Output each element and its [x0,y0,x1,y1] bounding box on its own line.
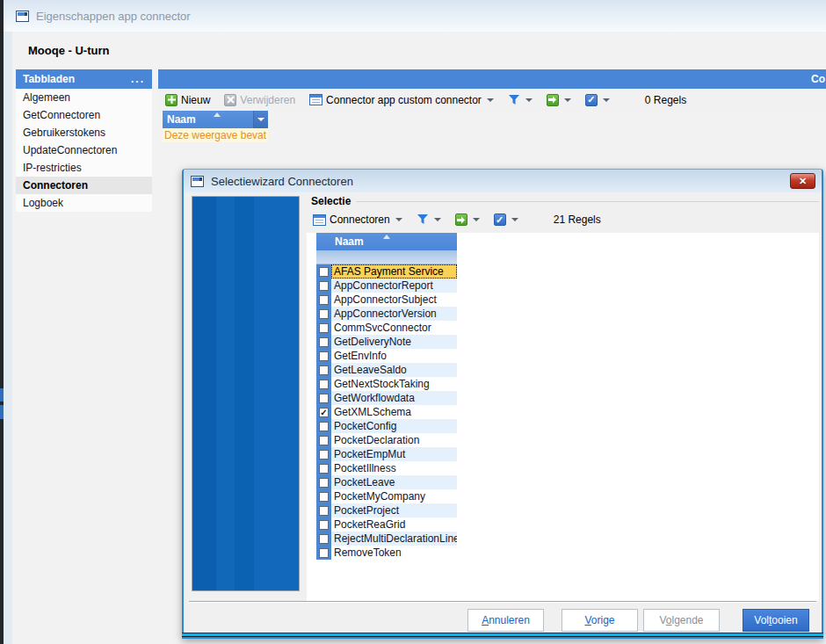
wizard-banner [192,196,300,591]
dialog-title: Selectiewizard Connectoren [211,175,353,188]
table-row[interactable]: PocketConfig [316,419,457,433]
checkbox-cell [316,349,331,363]
row-checkbox[interactable] [319,351,329,361]
sort-ascending-icon [214,112,221,117]
row-checkbox[interactable] [319,436,329,445]
next-button[interactable]: Volgende [643,609,720,632]
row-checkbox[interactable]: ✓ [319,408,329,417]
row-checkbox[interactable] [319,394,329,403]
sidebar-item-updateconnectoren[interactable]: UpdateConnectoren [16,141,152,159]
row-checkbox[interactable] [319,422,329,431]
table-row[interactable]: PocketProject [316,503,457,517]
row-checkbox[interactable] [319,295,329,305]
row-checkbox[interactable] [319,548,329,558]
new-button[interactable]: Nieuw [165,94,210,106]
page-title: Mooqe - U-turn [28,44,109,57]
selection-wizard-dialog: Selectiewizard Connectoren ✕ Selectie Co… [182,169,823,639]
row-checkbox[interactable] [319,267,329,277]
row-checkbox[interactable] [319,281,329,291]
row-checkbox[interactable] [319,492,329,502]
connector-grid: Naam AFAS Payment Service AppConnecto [316,233,457,560]
table-row[interactable]: PocketLeave [316,475,457,489]
row-label: GetNextStockTaking [331,377,457,391]
sidebar-menu-button[interactable]: ... [131,76,145,82]
chevron-down-icon [473,218,480,221]
row-checkbox[interactable] [319,520,329,530]
row-checkbox[interactable] [319,464,329,474]
checkbox-cell [316,377,331,391]
table-row[interactable]: ✓ GetXMLSchema [316,405,457,419]
row-checkbox[interactable] [319,450,329,459]
dialog-filter-button[interactable] [417,214,441,225]
sidebar-item-ip-restricties[interactable]: IP-restricties [16,159,152,177]
dialog-toolbar: Connectoren ✓ 21 Regels [311,208,819,231]
table-row[interactable]: RejectMultiDeclarationLine [316,532,457,546]
grid-filter-row[interactable] [316,250,457,264]
row-label: GetDeliveryNote [331,335,457,349]
table-row[interactable]: RemoveToken [316,546,457,560]
table-row[interactable]: PocketDeclaration [316,433,457,447]
go-button[interactable] [547,94,571,106]
row-label: RejectMultiDeclarationLine [331,532,457,546]
window-icon [16,11,29,22]
finish-button[interactable]: Voltooien [743,609,809,632]
table-row[interactable]: AppConnectorReport [316,279,457,293]
sidebar-item-logboek[interactable]: Logboek [16,194,152,212]
sidebar-item-connectoren[interactable]: Connectoren [16,177,152,194]
label-part: lgende [671,614,703,626]
cancel-button[interactable]: Annuleren [467,609,544,632]
dialog-button-bar: Annuleren Vorige Volgende Voltooien [184,609,822,632]
groupbox-line [311,201,819,202]
close-button[interactable]: ✕ [790,173,815,189]
column-filter-button[interactable] [253,111,268,128]
dialog-select-button[interactable]: ✓ [494,213,518,226]
column-header-naam[interactable]: Naam [163,111,253,128]
checkbox-cell [316,532,331,546]
table-row[interactable]: GetLeaveSaldo [316,363,457,377]
main-grid-column-header[interactable]: Naam [163,111,268,128]
row-checkbox[interactable] [319,380,329,389]
previous-button[interactable]: Vorige [562,609,638,632]
dialog-view-selector[interactable]: Connectoren [313,213,402,226]
table-row[interactable]: GetDeliveryNote [316,335,457,349]
row-checkbox[interactable] [319,337,329,347]
grid-column-header-naam[interactable]: Naam [316,233,457,250]
view-selector[interactable]: Connector app custom connector [309,94,494,106]
sidebar-item-algemeen[interactable]: Algemeen [16,89,152,106]
table-row[interactable]: GetWorkflowdata [316,391,457,405]
label-part: ooien [772,614,797,626]
dialog-go-button[interactable] [455,213,480,226]
filter-button[interactable] [508,95,533,105]
main-toolbar: Nieuw Verwijderen Connector app custom c… [158,89,826,111]
column-header-label: Naam [167,113,196,126]
row-checkbox[interactable] [319,478,329,488]
table-row[interactable]: GetEnvInfo [316,349,457,363]
window-titlebar: Eigenschappen app connector [4,0,826,32]
sidebar-item-gebruikerstokens[interactable]: Gebruikerstokens [16,124,152,141]
row-checkbox[interactable] [319,534,329,544]
row-label: PocketMyCompany [331,489,457,503]
table-row[interactable]: AFAS Payment Service [316,264,457,279]
row-checkbox[interactable] [319,506,329,516]
dialog-view-selector-label: Connectoren [330,213,390,226]
table-row[interactable]: AppConnectorVersion [316,307,457,321]
row-label: PocketReaGrid [331,517,457,532]
table-row[interactable]: GetNextStockTaking [316,377,457,391]
table-row[interactable]: CommSvcConnector [316,321,457,335]
select-button[interactable]: ✓ [585,94,610,106]
table-row[interactable]: PocketReaGrid [316,517,457,532]
table-row[interactable]: PocketEmpMut [316,447,457,461]
delete-button[interactable]: Verwijderen [224,94,295,106]
table-row[interactable]: AppConnectorSubject [316,293,457,307]
row-checkbox[interactable] [319,323,329,333]
row-label: GetXMLSchema [331,405,457,419]
table-row[interactable]: PocketIllness [316,461,457,475]
checkbox-icon: ✓ [585,94,598,106]
chevron-down-icon [603,98,610,102]
row-checkbox[interactable] [319,309,329,319]
table-row[interactable]: PocketMyCompany [316,489,457,503]
row-checkbox[interactable] [319,365,329,375]
checkbox-cell [316,503,331,517]
dialog-bottom-accent [182,633,823,637]
sidebar-item-getconnectoren[interactable]: GetConnectoren [16,106,152,124]
